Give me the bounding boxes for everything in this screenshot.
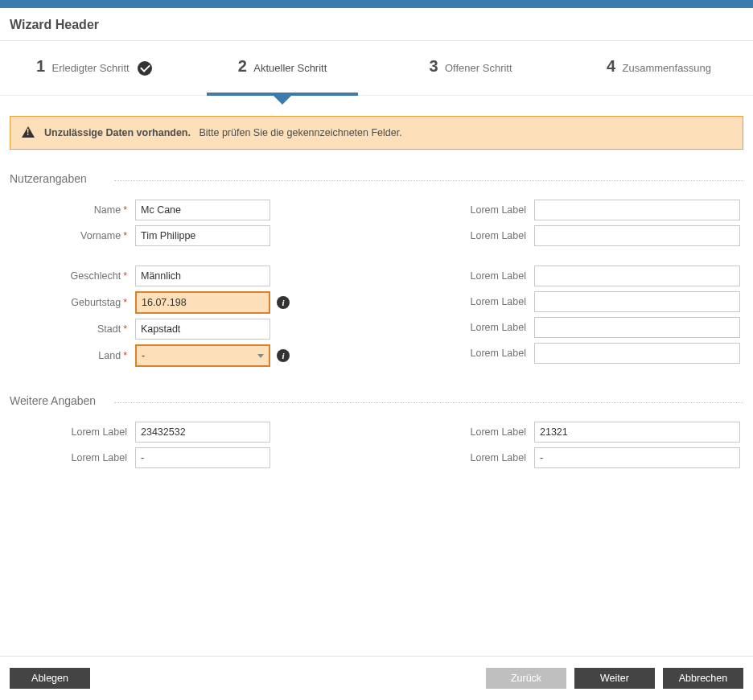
lorem-input[interactable] — [534, 317, 740, 338]
wizard-step-2[interactable]: 2 Aktueller Schritt — [188, 41, 376, 95]
app-topbar — [0, 0, 753, 8]
lorem-input[interactable] — [534, 422, 740, 443]
geburtstag-input[interactable] — [135, 291, 270, 314]
lorem-label: Lorem Label — [10, 426, 135, 438]
other-fields-right: Lorem Label Lorem Label — [409, 422, 743, 473]
name-input[interactable] — [135, 200, 270, 220]
check-icon — [138, 61, 152, 76]
button-bar: Ablegen Zurück Weiter Abbrechen — [0, 656, 753, 700]
step-number: 4 — [607, 57, 615, 75]
step-label: Erledigter Schritt — [52, 62, 130, 74]
label-stadt: Stadt* — [10, 323, 135, 335]
lorem-input[interactable] — [534, 343, 740, 364]
chevron-down-icon — [257, 354, 264, 358]
lorem-label: Lorem Label — [409, 230, 534, 241]
step-label: Zusammenfassung — [623, 62, 712, 74]
section-title: Weitere Angaben — [10, 394, 743, 410]
step-number: 3 — [429, 57, 438, 75]
section-other: Weitere Angaben Lorem Label Lorem Label … — [10, 394, 743, 473]
page-title: Wizard Header — [10, 18, 743, 32]
step-number: 2 — [238, 57, 247, 75]
cancel-button[interactable]: Abbrechen — [663, 668, 743, 689]
warning-icon — [22, 126, 35, 138]
vorname-input[interactable] — [135, 225, 270, 246]
info-icon[interactable]: i — [277, 296, 290, 309]
lorem-label: Lorem Label — [409, 426, 534, 438]
other-fields-left: Lorem Label Lorem Label — [10, 422, 344, 473]
lorem-input[interactable] — [534, 447, 740, 468]
lorem-label: Lorem Label — [409, 322, 534, 333]
lorem-label: Lorem Label — [409, 452, 534, 463]
geschlecht-input[interactable] — [135, 266, 270, 286]
lorem-label: Lorem Label — [409, 204, 534, 216]
user-fields-right: Lorem Label Lorem Label Lorem Label Lore… — [409, 200, 743, 372]
step-pointer-icon — [273, 95, 292, 105]
lorem-input[interactable] — [534, 200, 740, 220]
label-vorname: Vorname* — [10, 230, 135, 241]
user-fields-left: Name* Vorname* Geschlecht* Geburtstag* i — [10, 200, 344, 372]
wizard-header: Wizard Header — [0, 8, 753, 41]
land-select[interactable]: - — [135, 344, 270, 367]
lorem-input[interactable] — [534, 291, 740, 312]
alert-title: Unzulässige Daten vorhanden. — [44, 127, 191, 138]
alert-text: Bitte prüfen Sie die gekennzeichneten Fe… — [199, 127, 401, 138]
land-value: - — [142, 350, 145, 361]
lorem-input[interactable] — [135, 422, 270, 443]
section-user: Nutzerangaben Name* Vorname* Geschlecht*… — [10, 172, 743, 372]
stadt-input[interactable] — [135, 319, 270, 340]
lorem-label: Lorem Label — [409, 296, 534, 307]
info-icon[interactable]: i — [277, 349, 290, 362]
lorem-input[interactable] — [534, 266, 740, 286]
step-label: Offener Schritt — [445, 62, 512, 74]
section-title: Nutzerangaben — [10, 172, 743, 188]
wizard-step-3[interactable]: 3 Offener Schritt — [376, 41, 565, 95]
step-label: Aktueller Schritt — [253, 62, 327, 74]
wizard-steps: 1 Erledigter Schritt 2 Aktueller Schritt… — [0, 41, 753, 96]
back-button: Zurück — [486, 668, 566, 689]
lorem-input[interactable] — [534, 225, 740, 246]
label-geschlecht: Geschlecht* — [10, 270, 135, 282]
wizard-content: Unzulässige Daten vorhanden. Bitte prüfe… — [0, 96, 753, 656]
label-land: Land* — [10, 350, 135, 361]
store-button[interactable]: Ablegen — [10, 668, 90, 689]
lorem-label: Lorem Label — [409, 348, 534, 359]
label-name: Name* — [10, 204, 135, 216]
label-geburtstag: Geburtstag* — [10, 297, 135, 308]
wizard-step-4[interactable]: 4 Zusammenfassung — [565, 41, 753, 95]
lorem-input[interactable] — [135, 447, 270, 468]
lorem-label: Lorem Label — [409, 270, 534, 282]
lorem-label: Lorem Label — [10, 452, 135, 463]
error-alert: Unzulässige Daten vorhanden. Bitte prüfe… — [10, 116, 743, 150]
next-button[interactable]: Weiter — [574, 668, 655, 689]
step-number: 1 — [36, 57, 45, 75]
wizard-step-1[interactable]: 1 Erledigter Schritt — [0, 41, 188, 95]
